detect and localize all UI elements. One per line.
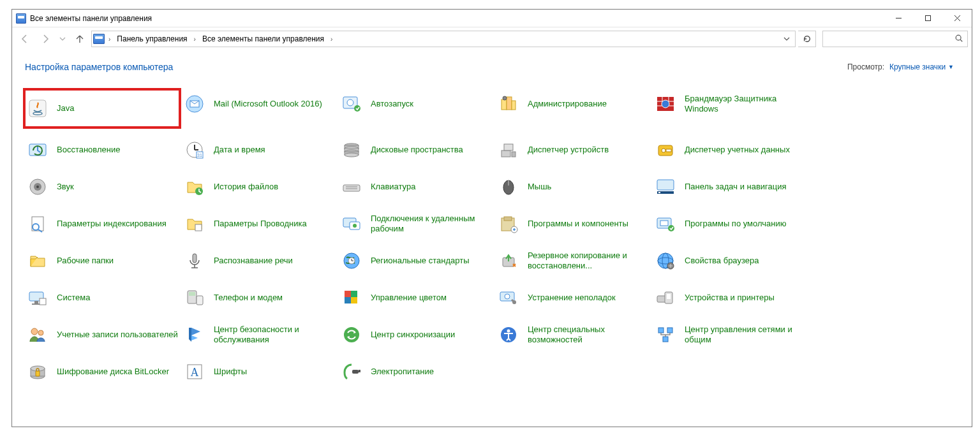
- control-panel-item[interactable]: Система: [24, 282, 181, 313]
- taskbar-icon: [653, 174, 678, 200]
- java-icon: [25, 96, 50, 121]
- control-panel-item[interactable]: Дата и время: [181, 135, 338, 165]
- forward-button[interactable]: [36, 30, 54, 48]
- item-label: Рабочие папки: [57, 256, 114, 266]
- control-panel-item[interactable]: Восстановление: [24, 135, 181, 165]
- address-dropdown[interactable]: [780, 31, 794, 47]
- control-panel-item[interactable]: Свойства браузера: [651, 245, 808, 276]
- item-label: Mail (Microsoft Outlook 2016): [214, 99, 322, 109]
- mail-icon: [182, 91, 207, 117]
- title-bar: Все элементы панели управления: [12, 10, 972, 27]
- svg-line-5: [960, 40, 962, 41]
- devicemgr-icon: [496, 137, 521, 163]
- control-panel-item[interactable]: Java: [24, 89, 181, 128]
- item-label: Параметры индексирования: [57, 219, 167, 229]
- filehist-icon: [182, 174, 207, 200]
- keyboard-icon: [339, 174, 364, 200]
- control-panel-item[interactable]: Диспетчер устройств: [494, 135, 651, 165]
- control-panel-item[interactable]: Клавиатура: [338, 172, 494, 202]
- minimize-icon: [895, 15, 902, 22]
- window-frame: Все элементы панели управления: [11, 9, 972, 427]
- item-label: Шрифты: [214, 367, 247, 377]
- item-label: Java: [57, 103, 74, 113]
- back-button[interactable]: [16, 30, 34, 48]
- control-panel-item[interactable]: Центр управления сетями и общим: [651, 319, 808, 350]
- control-panel-item[interactable]: Резервное копирование и восстановлени...: [494, 245, 651, 276]
- search-input[interactable]: [827, 31, 954, 47]
- control-panel-item[interactable]: Региональные стандарты: [338, 245, 494, 276]
- recent-dropdown[interactable]: [57, 30, 68, 48]
- control-panel-item[interactable]: Диспетчер учетных данных: [651, 135, 808, 165]
- caret-down-icon: ▼: [948, 64, 954, 70]
- address-bar[interactable]: › Панель управления › Все элементы панел…: [91, 31, 796, 47]
- maximize-button[interactable]: [913, 10, 942, 27]
- control-panel-item[interactable]: Телефон и модем: [181, 282, 338, 313]
- control-panel-item[interactable]: Мышь: [494, 172, 651, 202]
- control-panel-item[interactable]: Mail (Microsoft Outlook 2016): [181, 89, 338, 119]
- control-panel-item[interactable]: Шифрование диска BitLocker: [24, 356, 181, 387]
- control-panel-item[interactable]: Устранение неполадок: [494, 282, 651, 313]
- chevron-down-icon: [783, 36, 790, 42]
- control-panel-icon: [16, 13, 26, 24]
- credmgr-icon: [653, 137, 678, 163]
- item-label: Устройства и принтеры: [685, 293, 775, 303]
- item-label: Дата и время: [214, 145, 265, 155]
- control-panel-item[interactable]: Дисковые пространства: [338, 135, 494, 165]
- control-panel-item[interactable]: Подключения к удаленным рабочим: [338, 208, 494, 239]
- control-panel-item[interactable]: Учетные записи пользователей: [24, 319, 181, 350]
- items-grid: JavaMail (Microsoft Outlook 2016)Автозап…: [24, 89, 965, 387]
- control-panel-item[interactable]: Рабочие папки: [24, 245, 181, 276]
- color-icon: [339, 285, 364, 310]
- arrow-right-icon: [40, 34, 50, 44]
- view-by-dropdown[interactable]: Крупные значки ▼: [889, 62, 954, 71]
- control-panel-item[interactable]: История файлов: [181, 172, 338, 202]
- item-label: История файлов: [214, 182, 278, 192]
- minimize-button[interactable]: [884, 10, 913, 27]
- network-icon: [653, 322, 678, 347]
- ease-icon: [496, 322, 521, 347]
- item-label: Диспетчер учетных данных: [685, 145, 790, 155]
- breadcrumb-root[interactable]: Панель управления: [114, 33, 189, 45]
- header-row: Настройка параметров компьютера Просмотр…: [12, 50, 972, 75]
- phone-icon: [182, 285, 207, 310]
- control-panel-item[interactable]: Устройства и принтеры: [651, 282, 808, 313]
- control-panel-item[interactable]: Распознавание речи: [181, 245, 338, 276]
- control-panel-item[interactable]: Программы и компоненты: [494, 208, 651, 239]
- control-panel-item[interactable]: Программы по умолчанию: [651, 208, 808, 239]
- control-panel-item[interactable]: Звук: [24, 172, 181, 202]
- control-panel-item[interactable]: Панель задач и навигация: [651, 172, 808, 202]
- control-panel-item[interactable]: Автозапуск: [338, 89, 494, 119]
- item-label: Учетные записи пользователей: [57, 330, 178, 340]
- view-by-value: Крупные значки: [889, 62, 946, 71]
- control-panel-item[interactable]: Администрирование: [494, 89, 651, 119]
- up-button[interactable]: [71, 30, 89, 48]
- item-label: Брандмауэр Защитника Windows: [685, 94, 807, 113]
- autoplay-icon: [339, 91, 364, 117]
- control-panel-item[interactable]: Управление цветом: [338, 282, 494, 313]
- breadcrumb-current[interactable]: Все элементы панели управления: [200, 33, 327, 45]
- indexing-icon: [25, 211, 50, 237]
- refresh-icon: [803, 34, 812, 43]
- control-panel-item[interactable]: Центр синхронизации: [338, 319, 494, 350]
- workfolders-icon: [25, 248, 50, 274]
- control-panel-item[interactable]: Центр безопасности и обслуживания: [181, 319, 338, 350]
- page-title: Настройка параметров компьютера: [25, 62, 173, 72]
- chevron-down-icon: [59, 36, 66, 42]
- control-panel-item[interactable]: Параметры индексирования: [24, 208, 181, 239]
- close-button[interactable]: [942, 10, 972, 27]
- control-panel-item[interactable]: Параметры Проводника: [181, 208, 338, 239]
- window-title: Все элементы панели управления: [30, 14, 152, 23]
- control-panel-item[interactable]: Электропитание: [338, 356, 494, 387]
- item-label: Шифрование диска BitLocker: [57, 367, 169, 377]
- refresh-button[interactable]: [798, 31, 816, 47]
- arrow-left-icon: [20, 34, 30, 44]
- search-icon: [954, 34, 963, 45]
- item-label: Распознавание речи: [214, 256, 293, 266]
- control-panel-item[interactable]: Центр специальных возможностей: [494, 319, 651, 350]
- control-panel-item[interactable]: Шрифты: [181, 356, 338, 387]
- title-left: Все элементы панели управления: [16, 13, 152, 24]
- control-panel-item[interactable]: Брандмауэр Защитника Windows: [651, 89, 808, 119]
- maximize-icon: [924, 15, 932, 22]
- programs-icon: [496, 211, 521, 237]
- search-box[interactable]: [822, 31, 968, 47]
